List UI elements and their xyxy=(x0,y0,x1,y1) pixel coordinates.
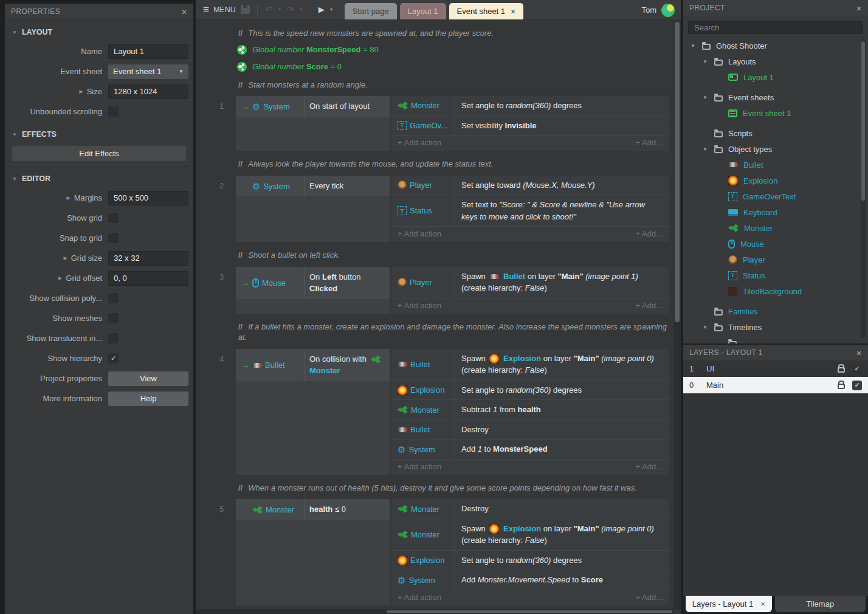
unbounded-scrolling-checkbox[interactable] xyxy=(108,106,119,117)
event-sheet-select[interactable]: Event sheet 1 ▼ xyxy=(108,64,188,79)
tree-item-keyboard[interactable]: Keyboard xyxy=(683,204,868,220)
action-row[interactable]: Monster Set angle to random(360) degrees xyxy=(391,96,669,116)
condition-object[interactable]: → Bullet xyxy=(236,349,304,382)
caret-down-icon[interactable]: ▼ xyxy=(703,325,709,330)
action-row[interactable]: Explosion Set angle to random(360) degre… xyxy=(391,381,669,401)
size-field[interactable] xyxy=(108,85,188,99)
action-row[interactable]: Explosion Set angle to random(360) degre… xyxy=(391,551,669,571)
action-row[interactable]: Monster Subtract 1 from health xyxy=(391,400,669,420)
user-avatar[interactable] xyxy=(661,4,675,17)
tree-item-layouts[interactable]: ▼ Layouts xyxy=(683,53,868,69)
condition-block[interactable]: ⚙ System Every tick xyxy=(236,176,390,243)
condition-object[interactable]: → Mouse xyxy=(236,267,304,300)
show-translucent-checkbox[interactable] xyxy=(108,333,119,343)
condition-text[interactable]: On collision with Monster xyxy=(304,349,390,382)
redo-dropdown-icon[interactable]: ▼ xyxy=(299,7,303,12)
add-more-link[interactable]: + Add... xyxy=(636,138,663,147)
tab-layers-layout-1[interactable]: Layers - Layout 1 × xyxy=(686,596,772,612)
tree-item-monster[interactable]: Monster xyxy=(683,220,868,236)
tree-item-mouse[interactable]: Mouse xyxy=(683,236,868,252)
add-action-link[interactable]: + Add action xyxy=(398,593,441,602)
save-icon[interactable] xyxy=(241,5,250,14)
caret-down-icon[interactable]: ▼ xyxy=(703,95,709,100)
tree-item-bullet[interactable]: Bullet xyxy=(683,157,868,173)
show-collision-checkbox[interactable] xyxy=(108,293,119,303)
redo-icon[interactable]: ↷ xyxy=(286,4,294,15)
tree-item-player[interactable]: Player xyxy=(683,252,868,267)
action-row[interactable]: ⚙System Add Monster.Movement.Speed to Sc… xyxy=(391,570,669,590)
scrollbar-thumb[interactable] xyxy=(387,610,672,613)
action-row[interactable]: TStatus Set text to "Score: " & Score & … xyxy=(391,195,669,227)
grid-size-field[interactable] xyxy=(108,251,188,266)
comment[interactable]: //Start monsters at a random angle. xyxy=(238,80,669,91)
event-sheet-vertical-scrollbar[interactable] xyxy=(673,21,681,609)
expand-icon[interactable]: ▶ xyxy=(64,255,67,261)
project-scrollbar[interactable] xyxy=(861,39,866,338)
tab-event-sheet-1[interactable]: Event sheet 1 × xyxy=(449,3,524,19)
user-account[interactable]: Tom xyxy=(641,0,675,20)
show-grid-checkbox[interactable] xyxy=(108,213,119,223)
expand-icon[interactable]: ▶ xyxy=(67,195,71,201)
show-meshes-checkbox[interactable] xyxy=(108,313,119,323)
layer-visibility-checkbox[interactable]: ✓ xyxy=(852,364,862,374)
condition-object[interactable]: ⚙ System xyxy=(236,176,304,197)
tree-item-ghost-shooter[interactable]: ▼ Ghost Shooter xyxy=(683,38,868,53)
comment[interactable]: //This is the speed new monsters are spa… xyxy=(238,28,669,39)
undo-dropdown-icon[interactable]: ▼ xyxy=(277,7,281,12)
undo-icon[interactable]: ↶ xyxy=(265,4,273,15)
condition-object[interactable]: Monster xyxy=(236,499,304,520)
tree-item-scripts[interactable]: Scripts xyxy=(683,125,868,141)
condition-text[interactable]: On start of layout xyxy=(304,96,390,117)
action-row[interactable]: Bullet Destroy xyxy=(391,420,669,440)
add-action-link[interactable]: + Add action xyxy=(398,462,441,471)
scrollbar-thumb[interactable] xyxy=(675,22,680,322)
snap-to-grid-checkbox[interactable] xyxy=(108,233,119,243)
tree-item-tiledbackground[interactable]: TiledBackground xyxy=(683,283,868,299)
action-row[interactable]: Bullet Spawn Explosion on layer "Main" (… xyxy=(391,349,669,381)
action-row[interactable]: TGameOv... Set visibility Invisible xyxy=(391,116,669,136)
layer-row-main[interactable]: 0 Main ✓ xyxy=(683,377,868,393)
close-icon[interactable]: × xyxy=(856,4,862,13)
preview-dropdown-icon[interactable]: ▼ xyxy=(329,7,334,12)
condition-text[interactable]: Every tick xyxy=(304,176,390,197)
condition-block[interactable]: → Bullet On collision with Monster xyxy=(236,349,390,475)
lock-icon[interactable] xyxy=(838,367,845,373)
tree-item-explosion[interactable]: Explosion xyxy=(683,173,868,188)
tab-layout-1[interactable]: Layout 1 xyxy=(400,3,446,19)
edit-effects-button[interactable]: Edit Effects xyxy=(12,146,186,161)
action-row[interactable]: Player Set angle toward (Mouse.X, Mouse.… xyxy=(391,176,669,196)
add-more-link[interactable]: + Add... xyxy=(636,593,663,602)
tree-item-timelines[interactable]: ▼ Timelines xyxy=(683,319,868,335)
caret-down-icon[interactable]: ▼ xyxy=(703,147,709,152)
global-variable-score[interactable]: Global number Score = 0 xyxy=(237,62,669,72)
global-variable-monsterspeed[interactable]: Global number MonsterSpeed = 80 xyxy=(237,45,669,55)
condition-block[interactable]: → ⚙ System On start of layout xyxy=(236,96,390,151)
tree-item-layout-1[interactable]: Layout 1 xyxy=(683,69,868,85)
condition-block[interactable]: → Mouse On Left button Clicked xyxy=(236,267,390,314)
main-menu-button[interactable]: ≡ MENU xyxy=(203,4,236,16)
close-icon[interactable]: × xyxy=(511,7,515,16)
tree-item-families[interactable]: Families xyxy=(683,303,868,319)
tab-start-page[interactable]: Start page xyxy=(345,3,397,19)
add-more-link[interactable]: + Add... xyxy=(636,462,663,471)
section-effects[interactable]: ▼ EFFECTS xyxy=(5,122,193,143)
tree-item-gameovertext[interactable]: T GameOverText xyxy=(683,188,868,204)
condition-text[interactable]: health ≤ 0 xyxy=(304,499,390,520)
condition-text[interactable]: On Left button Clicked xyxy=(304,267,390,300)
comment[interactable]: //Shoot a bullet on left click. xyxy=(238,250,669,261)
add-action-link[interactable]: + Add action xyxy=(398,301,441,310)
tree-item-event-sheet-1[interactable]: Event sheet 1 xyxy=(683,105,868,121)
caret-down-icon[interactable]: ▼ xyxy=(691,43,697,49)
add-more-link[interactable]: + Add... xyxy=(636,301,663,310)
action-row[interactable]: Monster Destroy xyxy=(391,499,669,519)
section-editor[interactable]: ▼ EDITOR xyxy=(5,166,193,188)
search-input[interactable] xyxy=(688,21,863,34)
close-icon[interactable]: × xyxy=(182,7,187,16)
layer-row-ui[interactable]: 1 UI ✓ xyxy=(683,360,868,377)
add-action-link[interactable]: + Add action xyxy=(398,229,441,238)
action-row[interactable]: Monster Spawn Explosion on layer "Main" … xyxy=(391,519,669,551)
show-hierarchy-checkbox[interactable]: ✓ xyxy=(108,353,119,364)
add-more-link[interactable]: + Add... xyxy=(636,229,663,238)
expand-icon[interactable]: ▶ xyxy=(80,89,83,94)
tree-item-object-types[interactable]: ▼ Object types xyxy=(683,141,868,157)
